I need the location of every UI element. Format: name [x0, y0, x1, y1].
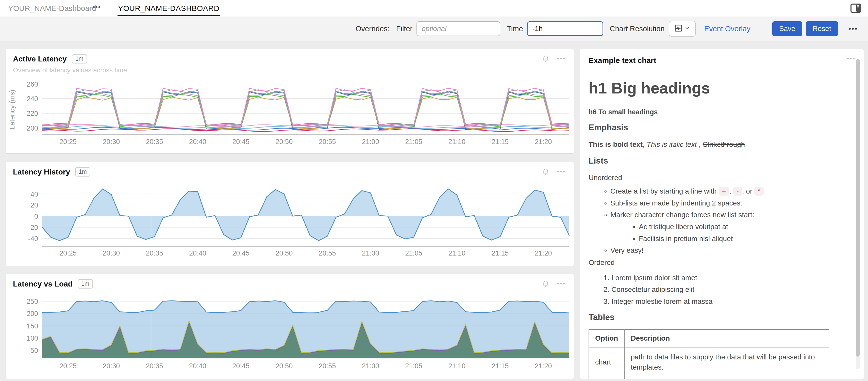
svg-text:20:40: 20:40: [189, 362, 206, 370]
chart-title: Active Latency: [13, 55, 67, 63]
overrides-bar: Overrides: Filter Time Chart Resolution …: [0, 17, 868, 41]
chart-more-icon[interactable]: •••: [557, 168, 566, 175]
save-button[interactable]: Save: [772, 21, 802, 36]
chart-title: Latency History: [13, 168, 70, 176]
dashboard-group-name[interactable]: YOUR_NAME-Dashboard: [8, 4, 96, 13]
chart-resolution-dropdown[interactable]: [669, 21, 696, 36]
svg-text:200: 200: [27, 124, 38, 132]
svg-text:21:05: 21:05: [405, 250, 422, 257]
table-header-row: Option Description: [589, 329, 829, 347]
svg-text:20:30: 20:30: [103, 362, 120, 370]
reset-button[interactable]: Reset: [806, 21, 838, 36]
list-item: Marker character change forces new list …: [610, 210, 839, 220]
card-example-text-chart: Example text chart ••• h1 Big headings h…: [580, 49, 864, 379]
table-cell: engine: [589, 377, 624, 379]
list-item: Create a list by starting a line with +,…: [610, 186, 839, 196]
overrides-label: Overrides:: [355, 25, 390, 33]
list-item: Very easy!: [610, 245, 839, 256]
latency-vs-load-plot[interactable]: 2502001501005020:2520:3020:3520:4020:452…: [6, 274, 574, 379]
md-ordered-label: Ordered: [589, 258, 839, 268]
md-bold-text: This is bold text: [589, 141, 643, 148]
svg-text:21:00: 21:00: [362, 250, 379, 257]
svg-text:20:35: 20:35: [146, 362, 163, 370]
svg-text:20:55: 20:55: [319, 250, 336, 257]
svg-text:20: 20: [30, 201, 38, 209]
list-item: Ac tristique libero volutpat at: [639, 222, 839, 232]
table-cell: path to data files to supply the data th…: [624, 347, 829, 377]
chevron-down-icon: [684, 25, 690, 32]
chart-more-icon[interactable]: •••: [557, 55, 566, 62]
svg-text:100: 100: [27, 334, 38, 342]
resolution-badge: 1m: [72, 54, 87, 63]
svg-text:20:50: 20:50: [276, 362, 293, 370]
svg-text:21:10: 21:10: [448, 362, 466, 370]
list-item: Sub-lists are made by indenting 2 spaces…: [610, 198, 839, 208]
svg-text:20:45: 20:45: [232, 138, 249, 146]
chart-title: Latency vs Load: [13, 280, 72, 288]
svg-text:20:40: 20:40: [189, 138, 206, 146]
md-inline-code: +: [718, 187, 729, 196]
svg-text:200: 200: [27, 310, 38, 318]
svg-text:20:25: 20:25: [59, 362, 76, 370]
toolbar-divider: [762, 20, 762, 37]
list-item-text: ,: [729, 187, 733, 195]
table-header-cell: Option: [589, 329, 624, 347]
svg-text:-40: -40: [28, 235, 38, 242]
resolution-badge: 1m: [75, 167, 90, 177]
active-latency-plot[interactable]: 26024022020020:2520:3020:3520:4020:4520:…: [6, 49, 574, 153]
svg-text:20:35: 20:35: [146, 138, 163, 146]
pulse-chart-icon: [674, 24, 682, 33]
md-inline-code: *: [754, 187, 764, 196]
svg-text:20:30: 20:30: [103, 138, 120, 146]
svg-text:20:55: 20:55: [319, 138, 336, 146]
table-cell: chart: [589, 347, 624, 377]
chart-resolution-label: Chart Resolution: [610, 25, 665, 33]
svg-text:21:10: 21:10: [448, 138, 466, 146]
alert-bell-icon[interactable]: [541, 168, 550, 177]
svg-text:260: 260: [27, 81, 38, 88]
alert-bell-icon[interactable]: [541, 55, 550, 64]
scrollbar-track[interactable]: [856, 59, 860, 369]
md-separator: ,: [697, 141, 703, 148]
list-item-text: Create a list by starting a line with: [610, 187, 718, 195]
card-active-latency: 26024022020020:2520:3020:3520:4020:4520:…: [6, 49, 574, 154]
chart-more-icon[interactable]: •••: [847, 55, 856, 62]
list-item: Consectetur adipiscing elit: [611, 285, 839, 295]
svg-text:21:00: 21:00: [362, 138, 379, 146]
table-row: chart path to data files to supply the d…: [589, 347, 829, 377]
svg-text:20:35: 20:35: [146, 250, 163, 257]
dashboard-screen: YOUR_NAME-Dashboard ••• YOUR_NAME-DASHBO…: [0, 0, 868, 381]
svg-text:20:30: 20:30: [103, 250, 120, 257]
tab-dashboard[interactable]: YOUR_NAME-DASHBOARD: [118, 4, 220, 13]
overrides-more-icon[interactable]: •••: [849, 25, 858, 33]
text-chart-title: Example text chart: [589, 56, 656, 65]
time-input[interactable]: [527, 21, 603, 36]
svg-text:40: 40: [30, 190, 38, 198]
dashboard-grid: 26024022020020:2520:3020:3520:4020:4520:…: [0, 41, 868, 381]
event-overlay-link[interactable]: Event Overlay: [704, 25, 750, 33]
list-item: Facilisis in pretium nisl aliquet: [639, 234, 839, 244]
svg-text:-20: -20: [28, 224, 38, 231]
scrollbar-thumb[interactable]: [856, 59, 860, 357]
md-heading-tables: Tables: [589, 313, 839, 322]
md-italic-text: This is italic text: [647, 141, 697, 148]
dashboard-group-menu-icon[interactable]: •••: [93, 4, 101, 11]
filter-input[interactable]: [416, 21, 500, 36]
md-unordered-label: Unordered: [589, 173, 839, 183]
alert-bell-icon[interactable]: [541, 280, 550, 289]
md-emphasis-paragraph: This is bold text, This is italic text ,…: [589, 140, 839, 150]
md-h1: h1 Big headings: [589, 79, 839, 97]
md-heading-lists: Lists: [589, 156, 839, 166]
table-row: engine engine to be used for processing …: [589, 377, 829, 379]
svg-text:21:05: 21:05: [405, 362, 422, 370]
md-h6: h6 To small headings: [589, 108, 839, 116]
md-heading-emphasis: Emphasis: [589, 123, 839, 132]
svg-text:20:45: 20:45: [232, 250, 249, 257]
md-table: Option Description chart path to data fi…: [589, 329, 829, 379]
latency-history-plot[interactable]: 40200-20-4020:2520:3020:3520:4020:4520:5…: [6, 162, 574, 266]
table-cell: engine to be used for processing templat…: [624, 377, 829, 379]
panel-toggle-icon[interactable]: [850, 2, 862, 15]
svg-text:20:45: 20:45: [232, 362, 249, 370]
svg-text:220: 220: [27, 110, 38, 117]
chart-more-icon[interactable]: •••: [557, 280, 566, 287]
